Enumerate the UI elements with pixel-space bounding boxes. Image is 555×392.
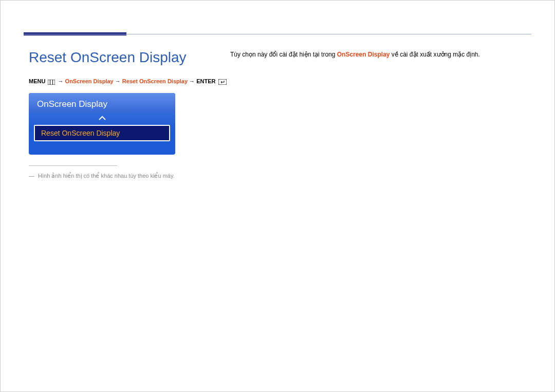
osd-chevron-up-row[interactable] <box>29 113 175 125</box>
footnote-divider <box>29 165 117 166</box>
svg-rect-0 <box>48 80 55 85</box>
footnote: ― Hình ảnh hiển thị có thể khác nhau tùy… <box>29 173 175 179</box>
breadcrumb-item2: Reset OnScreen Display <box>122 78 188 84</box>
description: Tùy chọn này đổi cài đặt hiện tại trong … <box>230 51 480 58</box>
enter-icon <box>218 79 227 85</box>
footnote-text: Hình ảnh hiển thị có thể khác nhau tùy t… <box>38 173 175 179</box>
breadcrumb-enter: ENTER <box>196 78 215 84</box>
breadcrumb-item1: OnScreen Display <box>65 78 114 84</box>
top-divider-line <box>24 34 531 34</box>
breadcrumb-arrow: → <box>115 78 121 84</box>
page-title: Reset OnScreen Display <box>29 49 187 66</box>
osd-panel: OnScreen Display Reset OnScreen Display <box>29 93 175 155</box>
breadcrumb-menu: MENU <box>29 78 45 84</box>
breadcrumb-arrow: → <box>189 78 195 84</box>
description-post: về cài đặt xuất xưởng mặc định. <box>390 51 479 58</box>
description-pre: Tùy chọn này đổi cài đặt hiện tại trong <box>230 51 337 58</box>
breadcrumb-arrow: → <box>58 78 64 84</box>
description-highlight: OnScreen Display <box>337 51 390 58</box>
chevron-up-icon <box>98 116 106 121</box>
osd-menu-item-reset[interactable]: Reset OnScreen Display <box>34 125 170 141</box>
osd-panel-header: OnScreen Display <box>29 93 175 113</box>
menu-icon <box>48 79 55 85</box>
breadcrumb: MENU → OnScreen Display → Reset OnScreen… <box>29 78 228 85</box>
footnote-dash: ― <box>29 173 34 179</box>
osd-panel-spacer <box>29 141 175 153</box>
